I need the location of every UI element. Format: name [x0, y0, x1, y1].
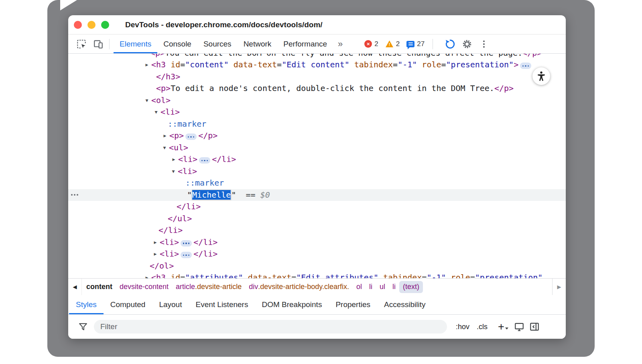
breadcrumb-bar: ◀ contentdevsite-contentarticle.devsite-… [68, 278, 566, 295]
tab-sources[interactable]: Sources [197, 34, 238, 53]
tab-performance[interactable]: Performance [277, 34, 333, 53]
error-count-badge[interactable]: × 2 [364, 40, 378, 48]
dom-tree-line[interactable]: "Michelle" == $0 [68, 189, 566, 201]
tab-elements[interactable]: Elements [114, 34, 157, 53]
dom-tree-line[interactable]: ▸<h3 id="content" data-text="Edit conten… [68, 59, 566, 71]
tab-layout[interactable]: Layout [152, 295, 189, 314]
code-token: <h3 [151, 60, 166, 69]
code-token: data-text [243, 273, 291, 278]
code-token: <li> [160, 249, 179, 259]
gutter-ellipsis-icon[interactable] [71, 189, 78, 201]
breadcrumb-item[interactable]: ol [353, 281, 366, 293]
breadcrumb-item[interactable]: devsite-content [116, 281, 172, 293]
breadcrumb-item[interactable]: li [366, 281, 376, 293]
breadcrumb-item[interactable]: article.devsite-article [172, 281, 245, 293]
filter-funnel-icon [79, 322, 87, 331]
breadcrumb-item[interactable]: (text) [399, 281, 423, 293]
inspect-element-button[interactable] [73, 36, 90, 52]
code-token: </p> [494, 83, 514, 93]
tab-accessibility[interactable]: Accessibility [377, 295, 432, 314]
expand-arrow-icon[interactable]: ▸ [152, 248, 159, 260]
dom-tree-line[interactable]: </ul> [68, 213, 566, 225]
expand-ellipsis-button[interactable] [520, 63, 531, 69]
toggle-sidebar-button[interactable] [529, 322, 540, 332]
breadcrumb-part: div [249, 283, 258, 291]
tab-properties[interactable]: Properties [329, 295, 377, 314]
minimize-button[interactable] [87, 21, 95, 29]
dom-tree-line[interactable]: <p>To edit a node's content, double-clic… [68, 83, 566, 95]
new-style-rule-button[interactable]: + [498, 322, 504, 332]
monitor-icon [514, 322, 524, 332]
dom-tree-line[interactable]: ::marker [68, 118, 566, 130]
tab-console[interactable]: Console [157, 34, 197, 53]
breadcrumb-part: li [369, 283, 372, 291]
breadcrumb-scroll-right-button[interactable]: ▶ [552, 279, 566, 295]
expand-arrow-icon[interactable]: ▸ [161, 130, 169, 142]
gear-icon [462, 39, 472, 49]
dom-tree-line[interactable]: </li> [68, 224, 566, 237]
dom-tree-line[interactable]: </li> [68, 201, 566, 213]
settings-button[interactable] [459, 36, 475, 52]
dom-tree-line[interactable]: </h3> [68, 71, 566, 83]
expand-arrow-icon[interactable]: ▸ [143, 272, 150, 278]
dom-tree-line[interactable]: ▸<li></li> [68, 237, 566, 249]
code-token: <p> [169, 131, 184, 140]
expand-arrow-icon[interactable]: ▸ [152, 237, 159, 249]
sync-button[interactable] [442, 36, 459, 52]
issues-count-badge[interactable]: 27 [406, 40, 425, 48]
inline-text-editor[interactable]: Michelle [192, 190, 231, 200]
expand-arrow-icon[interactable]: ▸ [170, 154, 177, 166]
tab-styles[interactable]: Styles [69, 295, 104, 314]
code-token: $0 [260, 190, 270, 200]
dom-tree-line[interactable]: ▸<h3 id="attributes" data-text="Edit att… [68, 272, 566, 278]
dom-tree-line[interactable]: ▾<ul> [68, 142, 566, 154]
rendering-monitor-button[interactable] [514, 322, 524, 332]
dom-tree-line[interactable]: ▾<ol> [68, 95, 566, 107]
collapse-arrow-icon[interactable]: ▾ [170, 166, 177, 178]
dom-tree-line[interactable]: ▸<p></p> [68, 130, 566, 142]
expand-ellipsis-button[interactable] [181, 252, 192, 258]
inspect-icon [76, 39, 87, 49]
collapse-arrow-icon[interactable]: ▾ [143, 95, 150, 107]
breadcrumb-item[interactable]: content [83, 281, 116, 293]
breadcrumb-part: devsite-content [120, 283, 169, 291]
selected-text: Michelle [192, 190, 231, 200]
warning-count-badge[interactable]: ! 2 [385, 40, 400, 48]
collapse-arrow-icon[interactable]: ▾ [161, 142, 168, 154]
tab-event-listeners[interactable]: Event Listeners [189, 295, 255, 314]
zoom-button[interactable] [101, 21, 109, 29]
dom-tree[interactable]: <p>You can edit the DOM on the fly and s… [68, 54, 566, 278]
tab-dom-breakpoints[interactable]: DOM Breakpoints [255, 295, 329, 314]
breadcrumb-scroll-left-button[interactable]: ◀ [68, 279, 82, 295]
breadcrumb-item[interactable]: li [389, 281, 399, 293]
expand-ellipsis-button[interactable] [199, 157, 210, 164]
main-panel-tabs: ElementsConsoleSourcesNetworkPerformance [114, 34, 333, 53]
breadcrumb-part: li [392, 283, 396, 291]
breadcrumb-item[interactable]: ul [376, 281, 389, 293]
dom-tree-line[interactable]: ▾<li> [68, 166, 566, 178]
code-token: = [277, 60, 282, 69]
tab-network[interactable]: Network [238, 34, 278, 53]
device-toolbar-button[interactable] [90, 36, 107, 52]
dom-tree-line[interactable]: ▸<li></li> [68, 154, 566, 166]
expand-ellipsis-button[interactable] [181, 240, 192, 247]
code-token: = [291, 273, 296, 278]
breadcrumb-item[interactable]: div.devsite-article-body.clearfix. [245, 281, 353, 293]
accessibility-fab-button[interactable] [532, 67, 550, 85]
toggle-element-state-button[interactable]: :hov [456, 323, 469, 331]
dom-tree-line[interactable]: <p>You can edit the DOM on the fly and s… [68, 54, 566, 59]
close-button[interactable] [74, 21, 82, 29]
expand-arrow-icon[interactable]: ▸ [143, 59, 150, 71]
tab-computed[interactable]: Computed [104, 295, 152, 314]
dom-tree-line[interactable]: ::marker [68, 177, 566, 189]
code-token: </p> [198, 131, 217, 140]
expand-ellipsis-button[interactable] [185, 133, 197, 140]
dom-tree-line[interactable]: ▾<li> [68, 106, 566, 118]
dom-tree-line[interactable]: </ol> [68, 260, 566, 272]
more-tabs-button[interactable]: » [333, 39, 347, 49]
styles-filter-input[interactable] [94, 320, 447, 334]
kebab-menu-button[interactable] [475, 36, 492, 52]
element-classes-button[interactable]: .cls [477, 323, 488, 331]
collapse-arrow-icon[interactable]: ▾ [152, 106, 160, 118]
dom-tree-line[interactable]: ▸<li></li> [68, 248, 566, 260]
